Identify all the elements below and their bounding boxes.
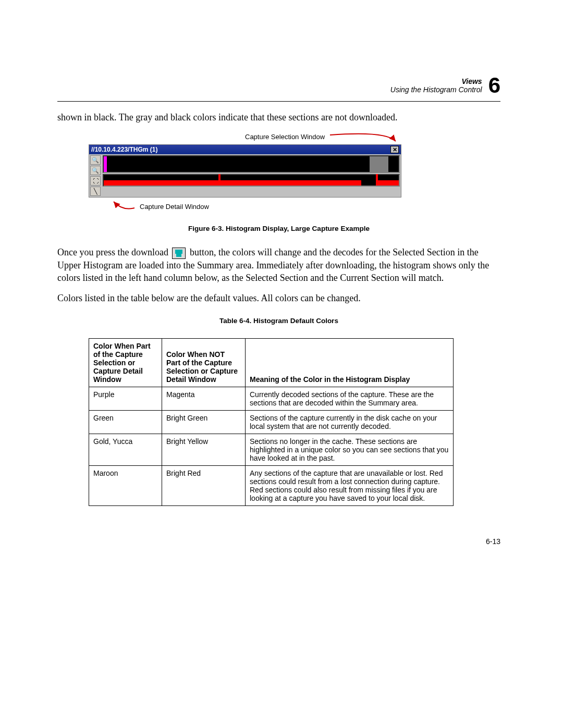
table-cell: Sections no longer in the cache. These s… [246, 434, 454, 466]
table-cell: Currently decoded sections of the captur… [246, 387, 454, 411]
table-header-2: Color When NOT Part of the Capture Selec… [162, 339, 246, 387]
body-paragraph-1: shown in black. The gray and black color… [57, 111, 500, 124]
table-row: Green Bright Green Sections of the captu… [89, 411, 454, 434]
body-paragraph-2: Once you press the download button, the … [57, 246, 500, 284]
figure-caption: Figure 6-3. Histogram Display, Large Cap… [57, 225, 500, 232]
histogram-colors-table: Color When Part of the Capture Selection… [89, 338, 454, 506]
table-caption: Table 6-4. Histogram Default Colors [57, 317, 500, 325]
table-cell: Gold, Yucca [89, 434, 162, 466]
zoom-out-icon[interactable]: 🔍 [90, 166, 101, 175]
histogram-window-title: //10.10.4.223/THGm (1) [91, 146, 157, 153]
table-cell: Bright Red [162, 466, 246, 506]
header-section: Views [390, 77, 482, 85]
table-cell: Bright Green [162, 411, 246, 434]
table-cell: Maroon [89, 466, 162, 506]
arrow-icon [329, 131, 402, 142]
callout-selection-label: Capture Selection Window [245, 133, 325, 141]
table-row: Gold, Yucca Bright Yellow Sections no lo… [89, 434, 454, 466]
callout-selection-window: Capture Selection Window [245, 131, 500, 142]
callout-detail-window: Capture Detail Window [109, 201, 500, 212]
table-cell: Green [89, 411, 162, 434]
table-cell: Bright Yellow [162, 434, 246, 466]
callout-detail-label: Capture Detail Window [140, 203, 209, 211]
body-paragraph-2a: Once you press the download [57, 247, 170, 257]
table-header-1: Color When Part of the Capture Selection… [89, 339, 162, 387]
header-subsection: Using the Histogram Control [390, 85, 482, 94]
histogram-figure: Capture Selection Window //10.10.4.223/T… [89, 131, 500, 212]
page-number: 6-13 [57, 537, 500, 546]
line-tool-icon[interactable]: ╲ [90, 187, 101, 196]
table-row: Maroon Bright Red Any sections of the ca… [89, 466, 454, 506]
table-cell: Any sections of the capture that are una… [246, 466, 454, 506]
fit-icon[interactable]: ⛶ [90, 176, 101, 186]
capture-detail-plot[interactable] [103, 174, 400, 187]
table-cell: Purple [89, 387, 162, 411]
capture-selection-plot[interactable] [103, 155, 400, 173]
table-header-3: Meaning of the Color in the Histogram Di… [246, 339, 454, 387]
download-icon[interactable] [172, 248, 186, 259]
histogram-titlebar: //10.10.4.223/THGm (1) ✕ [89, 145, 401, 154]
page-header: Views Using the Histogram Control 6 [57, 73, 500, 102]
histogram-toolbar: 🔍 🔍 ⛶ ╲ [89, 154, 102, 197]
chapter-number: 6 [488, 73, 500, 98]
table-cell: Sections of the capture currently in the… [246, 411, 454, 434]
body-paragraph-3: Colors listed in the table below are the… [57, 292, 500, 304]
zoom-in-icon[interactable]: 🔍 [90, 155, 101, 165]
histogram-window: //10.10.4.223/THGm (1) ✕ 🔍 🔍 ⛶ ╲ [89, 144, 401, 198]
close-icon[interactable]: ✕ [390, 146, 399, 153]
table-row: Purple Magenta Currently decoded section… [89, 387, 454, 411]
table-cell: Magenta [162, 387, 246, 411]
arrow-icon [109, 201, 136, 212]
